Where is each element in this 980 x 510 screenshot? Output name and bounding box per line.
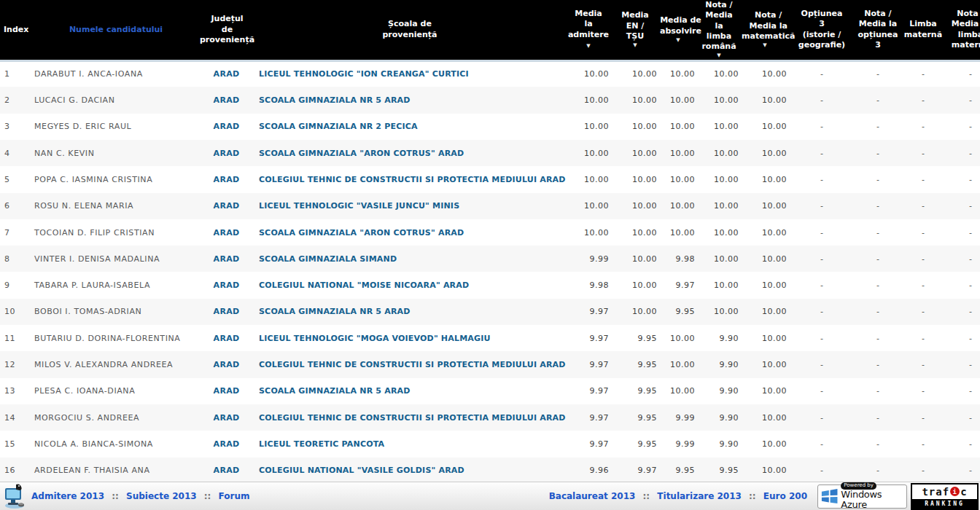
school-link[interactable]: LICEUL TEORETIC PANCOTA [254, 431, 566, 457]
optiunea3-value: - [789, 458, 855, 482]
county-link[interactable]: ARAD [199, 114, 254, 140]
col-header-nota-romana[interactable]: Nota / Media la limba română▼ [697, 0, 741, 60]
school-link[interactable]: SCOALA GIMNAZIALA NR 2 PECICA [254, 114, 566, 140]
table-row: 13 PLESA C. IOANA-DIANA ARAD SCOALA GIMN… [0, 378, 980, 404]
media-en-value: 9.95 [611, 378, 659, 404]
limba-materna-value: - [901, 351, 945, 377]
row-index: 10 [0, 299, 33, 325]
county-link[interactable]: ARAD [199, 299, 254, 325]
sort-desc-icon[interactable]: ▼ [586, 43, 590, 49]
county-link[interactable]: ARAD [199, 458, 254, 482]
media-admitere-value: 10.00 [566, 114, 611, 140]
trafic-ranking-badge[interactable]: traf i c RANKING [911, 483, 979, 510]
col-header-media-en[interactable]: Media EN / TȘU▼ [611, 0, 659, 60]
trafic-logo: traf i c [912, 484, 977, 499]
school-link[interactable]: SCOALA GIMNAZIALA "ARON COTRUS" ARAD [254, 140, 566, 166]
nota-matematica-value: 10.00 [741, 351, 789, 377]
county-link[interactable]: ARAD [199, 140, 254, 166]
limba-materna-value: - [901, 272, 945, 298]
county-link[interactable]: ARAD [199, 378, 254, 404]
sort-desc-icon[interactable]: ▼ [742, 42, 788, 49]
nota-romana-value: 9.90 [697, 404, 741, 431]
county-link[interactable]: ARAD [199, 272, 254, 298]
county-link[interactable]: ARAD [199, 431, 254, 457]
row-index: 16 [0, 458, 33, 482]
windows-azure-label: Windows Azure [841, 490, 903, 510]
media-en-value: 9.95 [611, 431, 659, 457]
link-euro-200[interactable]: Euro 200 [763, 491, 807, 501]
sort-desc-icon[interactable]: ▼ [660, 37, 696, 44]
media-en-value: 10.00 [611, 193, 659, 219]
county-link[interactable]: ARAD [199, 219, 254, 246]
county-link[interactable]: ARAD [199, 193, 254, 219]
limba-materna-value: - [901, 458, 945, 482]
table-row: 11 BUTARIU D. DORINA-FLORENTINA ARAD LIC… [0, 325, 980, 351]
col-header-nota-matematica[interactable]: Nota / Media la matematică▼ [741, 0, 789, 60]
school-link[interactable]: COLEGIUL TEHNIC DE CONSTRUCTII SI PROTEC… [254, 404, 566, 431]
col-header-media-admitere[interactable]: Media la admitere ▼ [566, 0, 611, 60]
county-link[interactable]: ARAD [199, 404, 254, 431]
link-titularizare-2013[interactable]: Titularizare 2013 [657, 491, 742, 501]
results-table-wrap: Index Numele candidatului Județul de pro… [0, 0, 980, 482]
school-link[interactable]: LICEUL TEHNOLOGIC "MOGA VOIEVOD" HALMAGI… [254, 325, 566, 351]
limba-materna-value: - [901, 60, 945, 87]
windows-azure-badge[interactable]: Powered by Windows Azure [817, 484, 907, 509]
school-link[interactable]: COLEGIUL NATIONAL "VASILE GOLDIS" ARAD [254, 458, 566, 482]
nota-limba-materna-value: - [945, 299, 980, 325]
nota-optiunea3-value: - [855, 325, 901, 351]
nota-romana-value: 10.00 [697, 219, 741, 246]
candidate-name: ARDELEAN F. THAISIA ANA [33, 458, 199, 482]
col-header-county: Județul de proveniență [199, 0, 254, 60]
media-admitere-value: 10.00 [566, 87, 611, 113]
col-header-index: Index [0, 0, 33, 60]
azure-badge-text: Powered by Windows Azure [841, 482, 903, 510]
col-header-media-absolvire[interactable]: Media de absolvire▼ [659, 0, 697, 60]
county-link[interactable]: ARAD [199, 166, 254, 192]
table-row: 7 TOCOIAN D. FILIP CRISTIAN ARAD SCOALA … [0, 219, 980, 246]
nota-matematica-value: 10.00 [741, 458, 789, 482]
nota-optiunea3-value: - [855, 60, 901, 87]
school-link[interactable]: LICEUL TEHNOLOGIC "ION CREANGA" CURTICI [254, 60, 566, 87]
school-link[interactable]: SCOALA GIMNAZIALA NR 5 ARAD [254, 87, 566, 113]
nota-romana-value: 9.90 [697, 378, 741, 404]
col-header-candidate-name[interactable]: Numele candidatului [33, 0, 199, 60]
limba-materna-value: - [901, 219, 945, 246]
optiunea3-value: - [789, 60, 855, 87]
candidate-name: NAN C. KEVIN [33, 140, 199, 166]
media-admitere-value: 10.00 [566, 219, 611, 246]
school-link[interactable]: COLEGIUL NATIONAL "MOISE NICOARA" ARAD [254, 272, 566, 298]
sort-desc-icon[interactable]: ▼ [612, 42, 658, 49]
school-link[interactable]: SCOALA GIMNAZIALA SIMAND [254, 246, 566, 272]
limba-materna-value: - [901, 404, 945, 431]
nota-optiunea3-value: - [855, 166, 901, 192]
link-subiecte-2013[interactable]: Subiecte 2013 [126, 491, 197, 501]
link-bacalaureat-2013[interactable]: Bacalaureat 2013 [549, 491, 636, 501]
county-link[interactable]: ARAD [199, 60, 254, 87]
nota-matematica-value: 10.00 [741, 299, 789, 325]
table-row: 1 DARABUT I. ANCA-IOANA ARAD LICEUL TEHN… [0, 60, 980, 87]
row-index: 8 [0, 246, 33, 272]
school-link[interactable]: SCOALA GIMNAZIALA "ARON COTRUS" ARAD [254, 219, 566, 246]
school-link[interactable]: SCOALA GIMNAZIALA NR 5 ARAD [254, 378, 566, 404]
county-link[interactable]: ARAD [199, 246, 254, 272]
media-absolvire-value: 9.99 [659, 431, 697, 457]
limba-materna-value: - [901, 246, 945, 272]
results-table-body: 1 DARABUT I. ANCA-IOANA ARAD LICEUL TEHN… [0, 60, 980, 482]
county-link[interactable]: ARAD [199, 325, 254, 351]
media-admitere-value: 9.97 [566, 299, 611, 325]
school-link[interactable]: LICEUL TEHNOLOGIC "VASILE JUNCU" MINIS [254, 193, 566, 219]
link-forum[interactable]: Forum [219, 491, 250, 501]
media-admitere-value: 10.00 [566, 140, 611, 166]
media-absolvire-value: 9.97 [659, 272, 697, 298]
results-table: Index Numele candidatului Județul de pro… [0, 0, 980, 482]
school-link[interactable]: COLEGIUL TEHNIC DE CONSTRUCTII SI PROTEC… [254, 351, 566, 377]
link-admitere-2013[interactable]: Admitere 2013 [31, 491, 104, 501]
school-link[interactable]: COLEGIUL TEHNIC DE CONSTRUCTII SI PROTEC… [254, 166, 566, 192]
candidate-name: TABARA P. LAURA-ISABELA [33, 272, 199, 298]
county-link[interactable]: ARAD [199, 351, 254, 377]
nota-optiunea3-value: - [855, 458, 901, 482]
county-link[interactable]: ARAD [199, 87, 254, 113]
optiunea3-value: - [789, 114, 855, 140]
school-link[interactable]: SCOALA GIMNAZIALA NR 5 ARAD [254, 299, 566, 325]
sort-desc-icon[interactable]: ▼ [698, 52, 740, 59]
